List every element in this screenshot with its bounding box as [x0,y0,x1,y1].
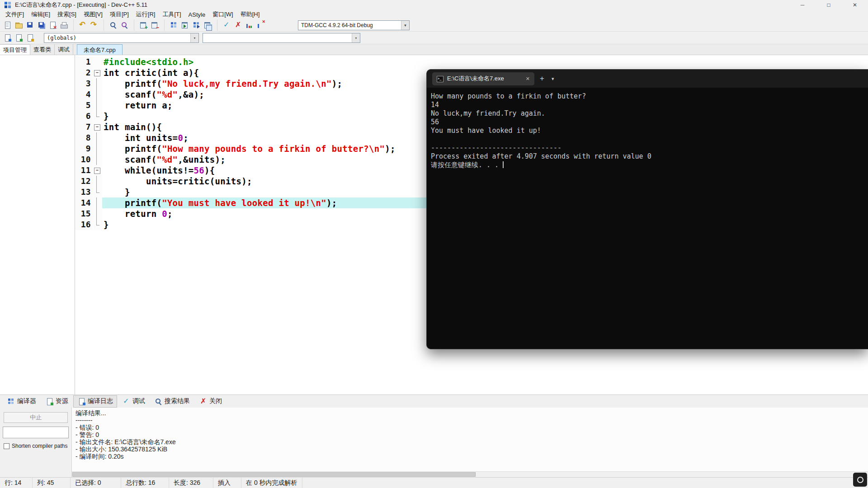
tab-compiler-icon [7,397,15,406]
menu-project[interactable]: 项目[P] [106,10,132,19]
profile-button[interactable] [244,19,255,31]
chevron-down-icon[interactable]: ▾ [190,33,198,42]
close-button[interactable]: ✕ [842,0,868,10]
console-tab[interactable]: E:\C语言\未命名7.exe ✕ [432,72,534,85]
menu-view[interactable]: 视图[V] [80,10,106,19]
menu-execute[interactable]: 运行[R] [132,10,159,19]
line-number[interactable]: 10 [75,154,92,165]
remove-from-project-icon [151,21,159,29]
add-to-project-button[interactable] [138,19,149,31]
open-file-button[interactable] [13,19,24,31]
compiler-combo[interactable]: TDM-GCC 4.9.2 64-bit Debug▾ [298,20,410,30]
line-number[interactable]: 15 [75,208,92,219]
fold-margin [92,100,102,111]
maximize-button[interactable]: □ [816,0,842,10]
line-number[interactable]: 1 [75,56,92,67]
tab-compiler[interactable]: 编译器 [3,395,40,408]
line-number[interactable]: 5 [75,100,92,111]
fold-toggle-icon[interactable] [92,122,102,132]
remove-from-project-button[interactable] [149,19,160,31]
fold-margin [92,56,102,67]
find-button[interactable] [108,19,119,31]
line-number[interactable]: 13 [75,187,92,197]
console-line: 请按任意键继续. . . [431,161,868,169]
tab-resources[interactable]: 资源 [41,395,72,408]
tab-search-results[interactable]: 搜索结果 [150,395,194,408]
goto-bookmarks-button[interactable] [24,32,36,43]
fold-toggle-icon[interactable] [92,67,102,78]
rebuild-all-button[interactable] [202,19,213,31]
menu-edit[interactable]: 编辑[E] [28,10,54,19]
find-icon [109,21,118,29]
compile-button[interactable] [168,19,179,31]
line-number[interactable]: 12 [75,176,92,187]
console-line: How many pounds to a firkin of butter? [431,92,868,101]
line-number[interactable]: 16 [75,219,92,230]
line-number[interactable]: 2 [75,67,92,78]
insert-icon [3,33,12,42]
corner-overlay-icon[interactable] [853,473,867,487]
line-number[interactable]: 4 [75,89,92,100]
console-tab-close-icon[interactable]: ✕ [525,76,531,82]
console-window[interactable]: E:\C语言\未命名7.exe ✕ + ▾ How many pounds to… [426,69,868,349]
line-number[interactable]: 11 [75,165,92,176]
close-file-button[interactable] [47,19,58,31]
redo-button[interactable] [89,19,100,31]
tab-debug[interactable]: 调试 [118,395,149,408]
log-scrollbar-thumb[interactable] [72,472,476,477]
run-button[interactable] [179,19,191,31]
save-all-button[interactable] [36,19,47,31]
delete-profiling-icon [256,21,265,29]
menu-astyle[interactable]: AStyle [185,11,209,19]
line-number[interactable]: 7 [75,122,92,132]
delete-profiling-button[interactable] [255,19,266,31]
menu-tools[interactable]: 工具[T] [159,10,184,19]
member-combo[interactable]: ▾ [203,33,360,43]
code-text[interactable]: #include<stdio.h> [102,56,868,67]
shorten-paths-checkbox[interactable] [4,443,9,449]
log-horizontal-scrollbar[interactable] [72,471,868,477]
compile-and-run-button[interactable] [191,19,202,31]
console-output[interactable]: How many pounds to a firkin of butter?14… [427,88,868,169]
project-manager-panel[interactable] [0,55,75,394]
replace-button[interactable] [119,19,130,31]
line-number[interactable]: 8 [75,132,92,143]
tab-compile-log[interactable]: 编译日志 [73,395,117,408]
editor-tab-active[interactable]: 未命名7.cpp [77,44,123,55]
insert-button[interactable] [2,32,13,43]
menu-help[interactable]: 帮助[H] [237,10,264,19]
tab-project-manager[interactable]: 项目管理 [0,44,30,55]
fold-margin [92,132,102,143]
menu-file[interactable]: 文件[F] [2,10,28,19]
debug-button[interactable] [221,19,232,31]
save-button[interactable] [24,19,36,31]
chevron-down-icon[interactable]: ▾ [352,33,360,42]
fold-toggle-icon[interactable] [92,165,102,176]
line-number[interactable]: 14 [75,197,92,208]
toggle-bookmarks-button[interactable] [13,32,24,43]
tab-close[interactable]: 关闭 [195,395,226,408]
window-controls: ─ □ ✕ [789,0,868,10]
print-icon [60,21,68,29]
redo-icon [90,21,99,29]
minimize-button[interactable]: ─ [789,0,816,10]
new-tab-icon[interactable]: + [540,74,544,83]
undo-icon [79,21,87,29]
undo-button[interactable] [77,19,89,31]
abort-button[interactable]: 中止 [4,412,68,423]
line-number[interactable]: 3 [75,78,92,89]
stop-execution-button[interactable] [232,19,244,31]
menu-window[interactable]: 窗口[W] [209,10,237,19]
tab-dropdown-icon[interactable]: ▾ [552,76,554,82]
tab-view-classes[interactable]: 查看类 [30,44,55,55]
chevron-down-icon[interactable]: ▾ [401,21,409,30]
line-number[interactable]: 9 [75,143,92,154]
scope-combo[interactable]: (globals) ▾ [44,33,199,43]
new-file-button[interactable] [2,19,13,31]
left-panel-tabs: 项目管理查看类调试 [0,44,75,55]
console-icon [436,75,444,83]
line-number[interactable]: 6 [75,111,92,122]
print-button[interactable] [58,19,70,31]
menu-search[interactable]: 搜索[S] [54,10,80,19]
tab-debug-panel[interactable]: 调试 [55,44,73,55]
